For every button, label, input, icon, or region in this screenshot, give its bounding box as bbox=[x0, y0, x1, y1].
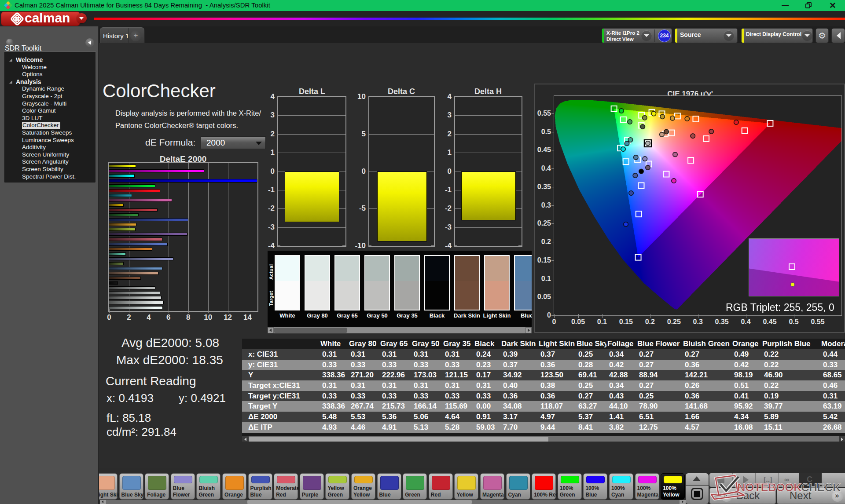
svg-text:NOTEBOOK: NOTEBOOK bbox=[737, 481, 802, 494]
svg-text:CHECK: CHECK bbox=[801, 481, 841, 494]
